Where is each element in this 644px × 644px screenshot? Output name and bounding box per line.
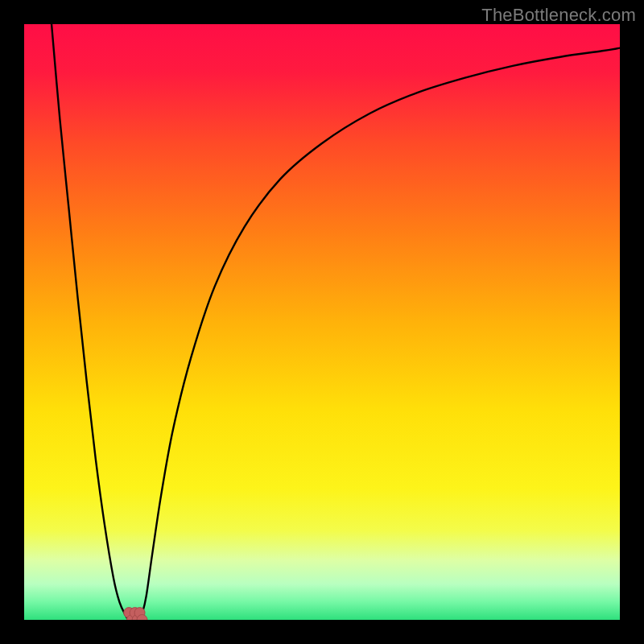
attribution-text: TheBottleneck.com bbox=[481, 5, 636, 26]
chart-svg bbox=[24, 24, 620, 620]
plot-area bbox=[24, 24, 620, 620]
curve-markers bbox=[124, 608, 147, 620]
gradient-background bbox=[24, 24, 620, 620]
outer-frame: TheBottleneck.com bbox=[0, 0, 644, 644]
